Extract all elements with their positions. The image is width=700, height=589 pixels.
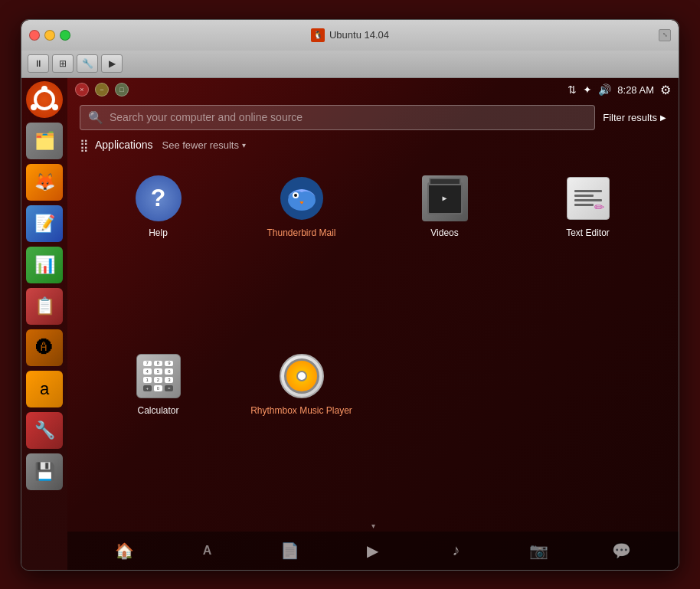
calc-key-4: 4 xyxy=(143,368,152,375)
app-name-rhythmbox: Rhythmbox Music Player xyxy=(250,405,352,417)
firefox-icon: 🦊 xyxy=(26,164,63,201)
search-input[interactable] xyxy=(110,111,587,123)
search-container: 🔍 xyxy=(80,105,595,130)
text-editor-pencil-icon: ✏ xyxy=(594,200,604,214)
launcher-item-floppy[interactable]: 💾 xyxy=(25,452,64,492)
launcher-item-impress[interactable]: 📋 xyxy=(25,286,64,326)
apps-grid: ? Help xyxy=(67,159,679,522)
settings-gear-icon[interactable]: ⚙ xyxy=(660,83,671,97)
launcher-item-firefox[interactable]: 🦊 xyxy=(25,162,64,202)
app-center-icon: 🅐 xyxy=(26,329,63,366)
calc-key-8: 2 xyxy=(154,377,162,383)
calc-key-6: 6 xyxy=(165,368,173,375)
app-icon-calculator: 7 8 9 4 5 6 1 2 3 + 0 = xyxy=(134,352,183,401)
app-icon-thunderbird xyxy=(277,174,326,223)
text-editor-doc-icon: ✏ xyxy=(567,177,610,220)
app-icon-videos: ▶ xyxy=(420,174,469,223)
ubuntu-dot-bottom-right xyxy=(52,104,58,110)
app-icon-help: ? xyxy=(134,174,183,223)
te-line-2 xyxy=(574,195,594,197)
app-icon-text-editor: ✏ xyxy=(564,174,613,223)
bottom-bar-social-icon[interactable]: 💬 xyxy=(608,537,636,564)
bottom-bar-files-icon[interactable]: 📄 xyxy=(276,537,304,564)
window-minimize-button[interactable] xyxy=(44,30,55,41)
floppy-icon: 💾 xyxy=(26,453,63,490)
launcher-item-ubuntu[interactable] xyxy=(25,80,64,119)
toolbar: ⏸ ⊞ 🔧 ▶ xyxy=(21,51,679,78)
app-name-thunderbird: Thunderbird Mail xyxy=(267,227,335,240)
titlebar-controls-right: ⤡ xyxy=(659,29,671,41)
thunderbird-bird-icon xyxy=(279,175,325,221)
bottom-bar-wrapper: ▾ 🏠 A 📄 ▶ ♪ 📷 💬 xyxy=(67,522,679,570)
app-item-thunderbird[interactable]: Thunderbird Mail xyxy=(234,166,369,336)
dash-close-button[interactable]: × xyxy=(75,83,89,97)
toolbar-grid-button[interactable]: ⊞ xyxy=(52,54,74,73)
app-name-help: Help xyxy=(149,227,168,240)
ubuntu-dot-bottom-left xyxy=(31,104,37,110)
toolbar-play-button[interactable]: ▶ xyxy=(101,54,123,73)
bottom-bar: 🏠 A 📄 ▶ ♪ 📷 💬 xyxy=(67,532,679,570)
clapper-text: ▶ xyxy=(442,194,446,202)
window-maximize-button[interactable] xyxy=(60,30,70,41)
launcher-item-amazon[interactable]: a xyxy=(25,369,64,409)
main-window: 🐧 Ubuntu 14.04 ⤡ ⏸ ⊞ 🔧 ▶ xyxy=(21,19,679,571)
titlebar-buttons xyxy=(29,30,70,41)
app-item-videos[interactable]: ▶ Videos xyxy=(377,166,512,336)
te-line-4 xyxy=(574,204,594,206)
launcher-sidebar: 🗂️ 🦊 📝 📊 📋 🅐 a 🔧 xyxy=(21,78,67,570)
bottom-bar-video-icon[interactable]: ▶ xyxy=(359,537,387,564)
app-item-calculator[interactable]: 7 8 9 4 5 6 1 2 3 + 0 = xyxy=(90,344,226,514)
toolbar-wrench-button[interactable]: 🔧 xyxy=(77,54,98,73)
calc-key-3: 9 xyxy=(165,361,173,367)
app-item-text-editor[interactable]: ✏ Text Editor xyxy=(520,166,656,336)
calculator-box-icon: 7 8 9 4 5 6 1 2 3 + 0 = xyxy=(136,354,181,398)
system-clock[interactable]: 8:28 AM xyxy=(617,84,654,96)
bottom-bar-music-icon[interactable]: ♪ xyxy=(442,537,469,564)
rhythmbox-center xyxy=(296,371,307,381)
system-tray: ⇅ ✦ 🔊 8:28 AM ⚙ xyxy=(568,83,671,97)
bottom-scroll-arrow-icon: ▾ xyxy=(371,522,375,530)
toolbar-pause-button[interactable]: ⏸ xyxy=(28,54,49,73)
calc-spreadsheet-icon: 📊 xyxy=(26,247,63,283)
filter-results-button[interactable]: Filter results ▶ xyxy=(603,112,666,123)
calc-key-12: = xyxy=(165,385,173,391)
launcher-item-writer[interactable]: 📝 xyxy=(25,204,64,244)
app-name-text-editor: Text Editor xyxy=(566,227,610,240)
bottom-bar-photo-icon[interactable]: 📷 xyxy=(525,537,553,564)
dash-maximize-button[interactable]: □ xyxy=(115,83,129,97)
bottom-bar-apps-icon[interactable]: A xyxy=(193,537,221,564)
ubuntu-logo-inner xyxy=(31,86,58,113)
main-content: 🗂️ 🦊 📝 📊 📋 🅐 a 🔧 xyxy=(21,78,679,570)
see-fewer-arrow-icon: ▾ xyxy=(242,141,246,149)
window-close-button[interactable] xyxy=(29,30,40,41)
te-line-1 xyxy=(574,190,602,192)
see-fewer-button[interactable]: See fewer results ▾ xyxy=(162,139,246,151)
launcher-item-settings[interactable]: 🔧 xyxy=(25,411,64,450)
dash-minimize-button[interactable]: − xyxy=(95,83,109,97)
search-icon: 🔍 xyxy=(88,110,103,125)
app-item-rhythmbox[interactable]: Rhythmbox Music Player xyxy=(234,344,369,514)
app-item-help[interactable]: ? Help xyxy=(90,166,226,336)
rhythmbox-disc-icon xyxy=(280,354,324,398)
volume-icon[interactable]: 🔊 xyxy=(598,83,611,96)
bluetooth-icon[interactable]: ✦ xyxy=(583,83,592,96)
calc-key-7: 1 xyxy=(143,377,152,383)
app-name-videos: Videos xyxy=(430,227,458,240)
launcher-item-calc[interactable]: 📊 xyxy=(25,245,64,285)
rhythmbox-inner xyxy=(284,358,319,394)
launcher-item-appcenter[interactable]: 🅐 xyxy=(25,328,64,368)
impress-icon: 📋 xyxy=(26,288,63,325)
app-icon-rhythmbox xyxy=(277,352,326,401)
launcher-item-files[interactable]: 🗂️ xyxy=(25,121,64,161)
category-icon: ⣿ xyxy=(80,138,89,152)
titlebar: 🐧 Ubuntu 14.04 ⤡ xyxy=(21,20,679,51)
svg-point-3 xyxy=(294,194,297,197)
settings-icon: 🔧 xyxy=(26,412,63,449)
resize-button[interactable]: ⤡ xyxy=(659,29,671,41)
ubuntu-logo xyxy=(26,81,63,118)
calc-key-10: + xyxy=(143,385,152,391)
network-icon[interactable]: ⇅ xyxy=(568,83,577,96)
bottom-bar-home-icon[interactable]: 🏠 xyxy=(110,537,138,564)
bottom-arrow-row: ▾ xyxy=(67,522,679,532)
filter-results-arrow-icon: ▶ xyxy=(660,113,666,122)
